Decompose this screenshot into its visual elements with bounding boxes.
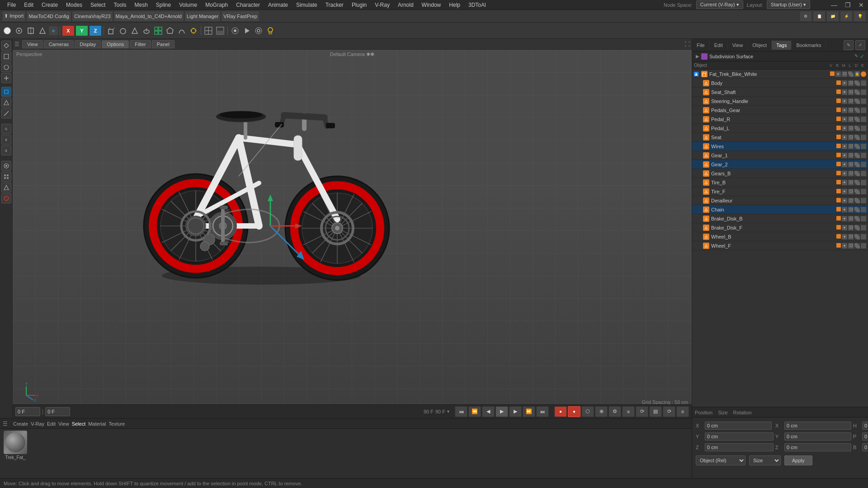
record-active-btn[interactable]: ● — [568, 406, 580, 417]
import-btn[interactable]: ⬆ Import — [2, 11, 26, 22]
obj-render[interactable]: ☐ — [848, 117, 854, 122]
current-frame-input[interactable] — [15, 407, 40, 416]
subdiv-check-icon[interactable]: ✓ — [860, 53, 864, 60]
menu-item-volume[interactable]: Volume — [175, 1, 201, 9]
obj-vis[interactable]: ● — [842, 243, 847, 249]
obj-render[interactable]: ☐ — [848, 89, 854, 95]
light-manager-btn[interactable]: Light Manager — [184, 11, 221, 22]
left-tool-5[interactable] — [1, 87, 11, 97]
list-item[interactable]: Fat_Trek_Bike_White ● ☐ 🔒 — [692, 70, 868, 79]
obj-extra[interactable] — [861, 207, 866, 212]
obj-vis[interactable]: ● — [842, 225, 847, 230]
list-item[interactable]: Chain ● ☐ — [692, 205, 868, 214]
left-tool-1[interactable] — [1, 41, 11, 51]
obj-extra[interactable] — [861, 198, 866, 203]
obj-render[interactable]: ☐ — [848, 153, 854, 158]
rp-icon-2[interactable]: ✓ — [855, 40, 865, 50]
left-tool-14[interactable] — [1, 193, 11, 203]
size-x-input[interactable] — [784, 422, 851, 430]
pos-y-input[interactable] — [705, 432, 774, 441]
obj-vis[interactable]: ● — [842, 89, 847, 95]
obj-light[interactable] — [188, 25, 199, 36]
menu-item-mograph[interactable]: MoGraph — [202, 1, 231, 9]
obj-vis-dot[interactable]: ● — [835, 71, 841, 77]
obj-vis[interactable]: ● — [842, 126, 847, 131]
list-item[interactable]: Derailleur ● ☐ — [692, 196, 868, 205]
axis-y-btn[interactable]: Y — [75, 25, 88, 36]
obj-extra[interactable] — [861, 117, 866, 122]
anim-btn-4[interactable]: ⟳ — [636, 406, 648, 417]
list-item[interactable]: Seat ● ☐ — [692, 133, 868, 142]
icon-btn-2[interactable]: 📋 — [813, 11, 826, 22]
viewport-expand-icon[interactable]: ⛶ — [684, 41, 690, 47]
key-btn[interactable]: ⬡ — [581, 406, 594, 417]
size-y-input[interactable] — [784, 432, 851, 441]
obj-extra[interactable] — [861, 153, 866, 158]
menu-item-arnold[interactable]: Arnold — [394, 1, 417, 9]
subdiv-edit-icon[interactable]: ✎ — [854, 53, 858, 60]
obj-render[interactable]: ☐ — [848, 162, 854, 167]
obj-extra[interactable] — [861, 234, 866, 239]
obj-vis[interactable]: ● — [842, 207, 847, 212]
obj-type-6[interactable] — [165, 25, 175, 36]
next-key-btn[interactable]: ▶ — [509, 406, 522, 417]
list-item[interactable]: Wires ● ☐ — [692, 142, 868, 151]
mat-tab-edit[interactable]: Edit — [47, 421, 56, 427]
view-icon-1[interactable] — [203, 25, 214, 36]
obj-render[interactable]: ☐ — [848, 144, 854, 149]
menu-item-select[interactable]: Select — [87, 1, 109, 9]
render-icon-2[interactable] — [241, 25, 252, 36]
list-item[interactable]: Pedals_Gear ● ☐ — [692, 106, 868, 115]
menu-item-window[interactable]: Window — [418, 1, 445, 9]
obj-extra[interactable] — [861, 126, 866, 131]
obj-vis[interactable]: ● — [842, 117, 847, 122]
obj-extra[interactable] — [861, 135, 866, 140]
record-btn[interactable]: ● — [554, 406, 567, 417]
obj-extra[interactable] — [861, 144, 866, 149]
dropdown-arrow[interactable]: ▾ — [447, 409, 449, 414]
obj-extra[interactable] — [861, 171, 866, 176]
mode-icon-1[interactable] — [2, 25, 13, 36]
obj-extra[interactable] — [861, 180, 866, 185]
obj-render[interactable]: ☐ — [848, 189, 854, 194]
view-icon-2[interactable] — [215, 25, 226, 36]
list-item[interactable]: Steering_Handle ● ☐ — [692, 97, 868, 106]
mode-icon-5[interactable]: + — [49, 26, 58, 35]
icon-btn-1[interactable]: ⚙ — [799, 11, 812, 22]
obj-extra[interactable] — [861, 108, 866, 113]
anim-btn-5[interactable]: ▤ — [649, 406, 662, 417]
obj-vis[interactable]: ● — [842, 162, 847, 167]
obj-vis[interactable]: ● — [842, 171, 847, 176]
obj-spline[interactable] — [176, 25, 187, 36]
mat-tab-select[interactable]: Select — [72, 421, 86, 427]
prev-frame-btn[interactable]: ⏪ — [468, 406, 481, 417]
obj-extra[interactable] — [861, 89, 866, 95]
vray-fastprep-btn[interactable]: VRay FastPrep — [221, 11, 259, 22]
viewport-display-menu[interactable]: Display — [75, 40, 101, 48]
obj-render[interactable]: ☐ — [848, 180, 854, 185]
obj-extra[interactable] — [861, 189, 866, 194]
obj-render[interactable]: ☐ — [848, 108, 854, 113]
obj-extra[interactable] — [861, 99, 866, 104]
obj-type-4[interactable] — [141, 25, 152, 36]
rp-tab-bookmarks[interactable]: Bookmarks — [792, 41, 826, 50]
pos-z-input[interactable] — [705, 443, 774, 451]
list-item[interactable]: Gears_B ● ☐ — [692, 169, 868, 178]
menu-item-simulate[interactable]: Simulate — [292, 1, 321, 9]
menu-item-animate[interactable]: Animate — [264, 1, 292, 9]
mat-tab-create[interactable]: Create — [13, 421, 28, 427]
bulb-icon[interactable] — [265, 25, 276, 36]
prev-key-btn[interactable]: ◀ — [482, 406, 495, 417]
rp-tab-file[interactable]: File — [692, 41, 710, 50]
render-icon-1[interactable] — [230, 25, 241, 36]
obj-vis[interactable]: ● — [842, 198, 847, 203]
obj-extra[interactable] — [861, 162, 866, 167]
list-item[interactable]: Body ● ☐ — [692, 79, 868, 88]
obj-vis[interactable]: ● — [842, 234, 847, 239]
hamburger-icon-mat[interactable]: ☰ — [3, 421, 8, 427]
next-frame-btn[interactable]: ⏩ — [523, 406, 535, 417]
frame-start-input[interactable] — [45, 407, 70, 416]
obj-extra[interactable] — [861, 243, 866, 249]
list-item[interactable]: Brake_Disk_F ● ☐ — [692, 223, 868, 232]
obj-vis[interactable]: ● — [842, 108, 847, 113]
